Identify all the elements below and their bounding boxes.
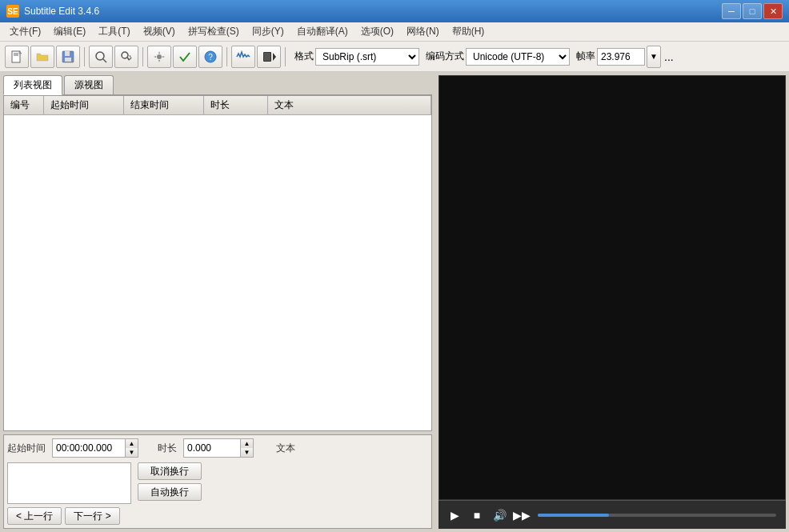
video-progress-fill bbox=[538, 514, 609, 517]
separator-4 bbox=[285, 47, 286, 66]
menu-help[interactable]: 帮助(H) bbox=[446, 23, 491, 40]
menu-sync[interactable]: 同步(Y) bbox=[246, 23, 290, 40]
menu-options[interactable]: 选项(O) bbox=[354, 23, 400, 40]
duration-input[interactable] bbox=[184, 439, 240, 457]
start-time-up[interactable]: ▲ bbox=[125, 439, 138, 448]
left-panel: 列表视图 源视图 编号 起始时间 结束时间 时长 文本 起始时间 ▲ bbox=[0, 72, 435, 532]
video-controls: ▶ ■ 🔊 ▶▶ bbox=[439, 500, 786, 529]
framerate-down[interactable]: ▼ bbox=[647, 46, 661, 68]
volume-button[interactable]: 🔊 bbox=[490, 506, 509, 525]
more-button[interactable]: ... bbox=[663, 49, 675, 65]
view-tabs: 列表视图 源视图 bbox=[3, 75, 432, 95]
framerate-input[interactable] bbox=[597, 48, 645, 66]
stop-button[interactable]: ■ bbox=[467, 506, 487, 525]
auto-wrap-button[interactable]: 自动换行 bbox=[138, 483, 202, 501]
duration-spinbox: ▲ ▼ bbox=[183, 438, 254, 458]
time-row: 起始时间 ▲ ▼ 时长 ▲ ▼ 文本 bbox=[7, 438, 428, 458]
nav-buttons: < 上一行 下一行 > bbox=[7, 507, 428, 525]
save-button[interactable] bbox=[56, 46, 80, 68]
close-button[interactable]: ✕ bbox=[763, 3, 783, 19]
menu-network[interactable]: 网络(N) bbox=[400, 23, 446, 40]
svg-point-11 bbox=[157, 54, 162, 59]
menu-spellcheck[interactable]: 拼写检查(S) bbox=[182, 23, 246, 40]
title-bar: SE Subtitle Edit 3.4.6 ─ □ ✕ bbox=[0, 0, 789, 22]
text-input-area: 取消换行 自动换行 bbox=[7, 462, 428, 504]
window-title: Subtitle Edit 3.4.6 bbox=[24, 6, 722, 17]
edit-area: 起始时间 ▲ ▼ 时长 ▲ ▼ 文本 bbox=[3, 434, 432, 529]
start-time-label: 起始时间 bbox=[7, 442, 46, 455]
video-area: ▶ ■ 🔊 ▶▶ bbox=[439, 75, 786, 529]
svg-rect-0 bbox=[12, 51, 20, 62]
svg-point-9 bbox=[122, 52, 128, 58]
framerate-label: 帧率 bbox=[576, 50, 595, 63]
menu-edit[interactable]: 编辑(E) bbox=[47, 23, 92, 40]
col-duration: 时长 bbox=[204, 96, 268, 114]
start-time-down[interactable]: ▼ bbox=[125, 448, 138, 457]
subtitle-text-input[interactable] bbox=[7, 462, 131, 504]
table-header: 编号 起始时间 结束时间 时长 文本 bbox=[4, 96, 431, 115]
svg-rect-16 bbox=[264, 53, 270, 61]
table-body bbox=[4, 115, 431, 430]
waveform-button[interactable] bbox=[231, 46, 255, 68]
find-button[interactable] bbox=[89, 46, 113, 68]
play-button[interactable]: ▶ bbox=[445, 506, 464, 525]
svg-rect-5 bbox=[65, 51, 70, 56]
video-display bbox=[439, 75, 786, 500]
encoding-select[interactable]: Unicode (UTF-8) bbox=[466, 48, 570, 66]
duration-up[interactable]: ▲ bbox=[240, 439, 253, 448]
app-icon: SE bbox=[6, 5, 19, 18]
main-content: 列表视图 源视图 编号 起始时间 结束时间 时长 文本 起始时间 ▲ bbox=[0, 72, 789, 532]
menu-file[interactable]: 文件(F) bbox=[3, 23, 47, 40]
window-controls: ─ □ ✕ bbox=[722, 3, 783, 19]
replace-button[interactable] bbox=[114, 46, 138, 68]
fullscreen-button[interactable]: ▶▶ bbox=[512, 506, 531, 525]
separator-1 bbox=[84, 47, 85, 66]
menu-bar: 文件(F) 编辑(E) 工具(T) 视频(V) 拼写检查(S) 同步(Y) 自动… bbox=[0, 22, 789, 42]
right-panel: ▶ ■ 🔊 ▶▶ bbox=[435, 72, 789, 532]
duration-spinners: ▲ ▼ bbox=[240, 439, 253, 457]
col-number: 编号 bbox=[4, 96, 44, 114]
settings-button[interactable] bbox=[147, 46, 171, 68]
col-end: 结束时间 bbox=[124, 96, 204, 114]
format-label: 格式 bbox=[294, 50, 314, 63]
tab-source-view[interactable]: 源视图 bbox=[64, 75, 114, 94]
video-progress-bar[interactable] bbox=[538, 514, 776, 517]
svg-text:?: ? bbox=[208, 53, 213, 62]
duration-label: 时长 bbox=[158, 442, 177, 455]
separator-3 bbox=[226, 47, 227, 66]
menu-video[interactable]: 视频(V) bbox=[137, 23, 182, 40]
menu-tools[interactable]: 工具(T) bbox=[92, 23, 136, 40]
prev-subtitle-button[interactable]: < 上一行 bbox=[7, 507, 62, 525]
new-button[interactable] bbox=[5, 46, 29, 68]
col-start: 起始时间 bbox=[44, 96, 124, 114]
start-time-spinbox: ▲ ▼ bbox=[52, 438, 138, 458]
help-button[interactable]: ? bbox=[198, 46, 222, 68]
svg-rect-6 bbox=[65, 58, 71, 62]
start-time-spinners: ▲ ▼ bbox=[125, 439, 138, 457]
check-button[interactable] bbox=[173, 46, 197, 68]
encoding-label: 编码方式 bbox=[426, 50, 464, 63]
next-subtitle-button[interactable]: 下一行 > bbox=[65, 507, 119, 525]
format-select[interactable]: SubRip (.srt) bbox=[315, 48, 419, 66]
start-time-input[interactable] bbox=[53, 439, 125, 457]
minimize-button[interactable]: ─ bbox=[722, 3, 741, 19]
video-button[interactable] bbox=[257, 46, 281, 68]
separator-2 bbox=[142, 47, 143, 66]
menu-autotranslate[interactable]: 自动翻译(A) bbox=[290, 23, 354, 40]
col-text: 文本 bbox=[268, 96, 431, 114]
text-label: 文本 bbox=[276, 442, 295, 455]
tab-list-view[interactable]: 列表视图 bbox=[3, 75, 62, 95]
toolbar: ? 格式 SubRip (.srt) 编码方式 Unicode (UTF-8) … bbox=[0, 42, 789, 72]
svg-point-7 bbox=[96, 52, 104, 60]
maximize-button[interactable]: □ bbox=[743, 3, 762, 19]
duration-down[interactable]: ▼ bbox=[240, 448, 253, 457]
subtitle-table: 编号 起始时间 结束时间 时长 文本 bbox=[3, 95, 432, 431]
cancel-wrap-button[interactable]: 取消换行 bbox=[138, 462, 202, 480]
action-buttons: 取消换行 自动换行 bbox=[138, 462, 202, 504]
svg-line-8 bbox=[103, 59, 106, 62]
open-button[interactable] bbox=[30, 46, 54, 68]
svg-marker-15 bbox=[273, 53, 276, 61]
